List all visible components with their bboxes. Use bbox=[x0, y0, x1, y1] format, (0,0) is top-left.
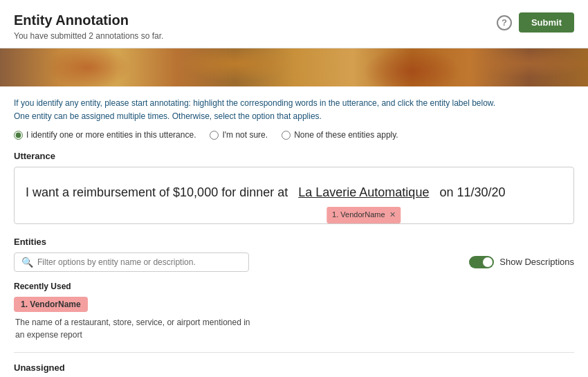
radio-input-1[interactable] bbox=[14, 131, 23, 140]
entity-close-icon[interactable]: ✕ bbox=[389, 208, 396, 222]
divider bbox=[14, 352, 574, 353]
utterance-box: I want a reimbursement of $10,000 for di… bbox=[14, 167, 574, 223]
vendor-tag[interactable]: 1. VendorName bbox=[14, 297, 88, 312]
highlighted-entity[interactable]: La Laverie Automatique 1. VendorName ✕ bbox=[298, 181, 429, 203]
toggle-slider bbox=[469, 256, 494, 268]
instruction-line1: If you identify any entity, please start… bbox=[14, 98, 495, 108]
entities-section-title: Entities bbox=[14, 237, 574, 247]
entity-description: The name of a restaurant, store, service… bbox=[15, 316, 574, 341]
search-box[interactable]: 🔍 bbox=[14, 252, 249, 272]
entities-header: 🔍 Show Descriptions bbox=[14, 252, 574, 272]
radio-label-1: I identify one or more entities in this … bbox=[26, 130, 196, 140]
help-icon[interactable]: ? bbox=[497, 15, 512, 30]
utterance-text-before: I want a reimbursement of $10,000 for di… bbox=[26, 185, 288, 199]
radio-group: I identify one or more entities in this … bbox=[14, 130, 574, 140]
search-icon: 🔍 bbox=[21, 257, 33, 268]
radio-option-2[interactable]: I'm not sure. bbox=[210, 130, 268, 140]
utterance-text-after: on 11/30/20 bbox=[439, 185, 505, 199]
recently-used-list: 1. VendorName The name of a restaurant, … bbox=[14, 297, 574, 341]
utterance-section-title: Utterance bbox=[14, 151, 574, 161]
header-left: Entity Annotation You have submitted 2 a… bbox=[14, 12, 163, 41]
entities-section: Entities 🔍 Show Descriptions Recently Us… bbox=[14, 237, 574, 373]
header-right: ? Submit bbox=[497, 12, 574, 33]
instructions: If you identify any entity, please start… bbox=[14, 97, 574, 123]
entity-label-text: 1. VendorName bbox=[332, 208, 385, 222]
radio-input-3[interactable] bbox=[282, 131, 291, 140]
banner-image bbox=[0, 48, 588, 86]
unassigned-title: Unassigned bbox=[14, 362, 574, 373]
radio-label-3: None of these entities apply. bbox=[294, 130, 398, 140]
radio-option-1[interactable]: I identify one or more entities in this … bbox=[14, 130, 196, 140]
submit-button[interactable]: Submit bbox=[519, 12, 574, 33]
recently-used-title: Recently Used bbox=[14, 282, 574, 291]
submission-count: You have submitted 2 annotations so far. bbox=[14, 31, 163, 41]
header: Entity Annotation You have submitted 2 a… bbox=[0, 0, 588, 48]
instruction-line2: One entity can be assigned multiple time… bbox=[14, 111, 322, 121]
entity-label-bubble: 1. VendorName ✕ bbox=[327, 207, 401, 223]
list-item: 1. VendorName The name of a restaurant, … bbox=[14, 297, 574, 341]
page-title: Entity Annotation bbox=[14, 12, 163, 28]
radio-input-2[interactable] bbox=[210, 131, 219, 140]
main-content: If you identify any entity, please start… bbox=[0, 86, 588, 377]
show-descriptions-toggle[interactable]: Show Descriptions bbox=[469, 256, 574, 268]
search-input[interactable] bbox=[37, 257, 241, 267]
entity-text: La Laverie Automatique bbox=[298, 185, 429, 199]
toggle-switch[interactable] bbox=[469, 256, 494, 268]
show-descriptions-label: Show Descriptions bbox=[499, 257, 574, 267]
radio-option-3[interactable]: None of these entities apply. bbox=[282, 130, 398, 140]
radio-label-2: I'm not sure. bbox=[222, 130, 268, 140]
